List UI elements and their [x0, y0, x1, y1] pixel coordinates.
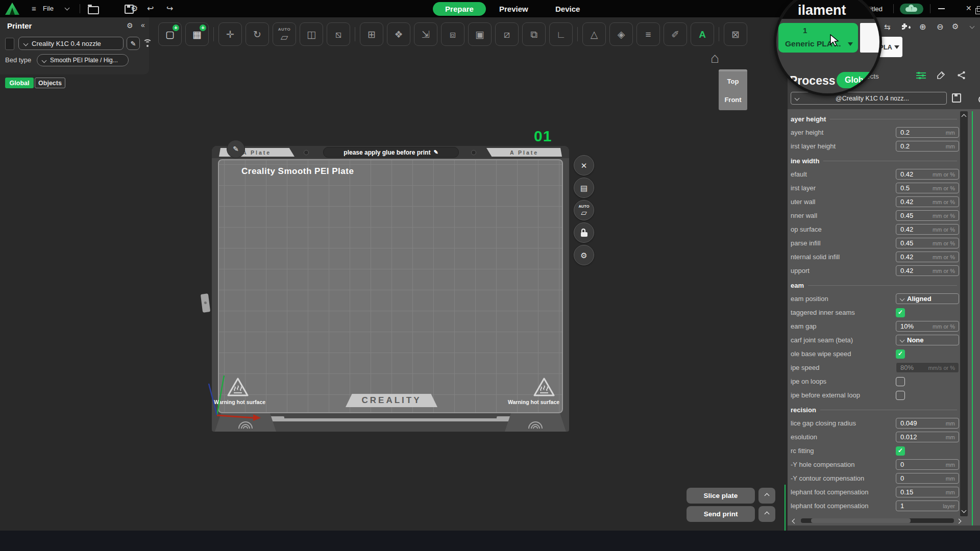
move-icon[interactable]: ✛ — [218, 22, 242, 46]
auto-orient-plate-button[interactable]: AUTO▱ — [574, 200, 594, 220]
collapse-filament-icon[interactable] — [970, 24, 975, 29]
chevron-down-icon[interactable] — [65, 6, 70, 11]
advanced-settings-icon[interactable] — [916, 71, 926, 80]
view-cube[interactable]: Top Front — [719, 69, 747, 110]
add-filament-icon[interactable]: ⊕ — [919, 22, 926, 32]
param-input[interactable]: 0.42mm or % — [896, 169, 959, 180]
printer-select[interactable]: Creality K1C 0.4 nozzle — [18, 37, 124, 50]
bed-type-select[interactable]: Smooth PEI Plate / Hig... — [37, 54, 129, 66]
split-icon[interactable]: ◫ — [300, 22, 323, 46]
lay-on-face-icon[interactable]: ⧅ — [327, 22, 350, 46]
seam-paint-icon[interactable]: ◈ — [609, 22, 633, 46]
assemble-icon[interactable]: ⧈ — [441, 22, 464, 46]
scale-icon[interactable]: ⇲ — [414, 22, 437, 46]
param-input[interactable]: 0.2mm — [896, 127, 959, 138]
restore-window-button[interactable] — [975, 8, 980, 14]
param-checkbox[interactable]: ✓ — [896, 446, 905, 456]
lock-icon — [581, 232, 587, 237]
text-icon[interactable]: A — [691, 22, 714, 46]
remove-filament-icon[interactable]: ⊖ — [937, 22, 943, 32]
scope-tab-global[interactable]: Global — [5, 78, 34, 88]
redo-icon[interactable]: ↪ — [166, 4, 173, 13]
param-input[interactable]: 0.42mm or % — [896, 265, 959, 276]
plate-settings-button[interactable]: ⚙ — [574, 245, 594, 265]
lock-plate-button[interactable] — [574, 222, 594, 243]
param-row: irst layer height0.2mm — [791, 139, 959, 153]
filament-load-icon[interactable] — [901, 23, 911, 32]
param-input[interactable]: 0.012mm — [896, 432, 959, 442]
tab-preview[interactable]: Preview — [499, 5, 528, 13]
param-input[interactable]: 0.45mm or % — [896, 238, 959, 248]
param-label: ole base wipe speed — [791, 350, 896, 358]
close-window-button[interactable]: ✕ — [966, 4, 972, 12]
undo-icon[interactable]: ↩ — [147, 4, 154, 13]
param-input[interactable]: 80%mm/s or % — [896, 362, 959, 373]
horizontal-scroll-thumb[interactable] — [811, 518, 911, 523]
param-input[interactable]: 0.5mm or % — [896, 183, 959, 193]
cut-icon[interactable]: ⧄ — [495, 22, 519, 46]
more-tools-icon[interactable]: ⊠ — [724, 22, 747, 46]
param-checkbox[interactable] — [896, 391, 905, 400]
param-input[interactable]: 0.049mm — [896, 418, 959, 429]
param-select[interactable]: Aligned — [896, 293, 959, 304]
collapse-panel-icon[interactable]: « — [141, 21, 145, 29]
param-input[interactable]: 0mm — [896, 459, 959, 470]
hamburger-menu-icon[interactable]: ≡ — [32, 4, 36, 13]
minimize-button[interactable] — [938, 8, 945, 9]
save-preset-icon[interactable] — [952, 93, 961, 103]
param-input[interactable]: 0.45mm or % — [896, 210, 959, 221]
settings-gear-icon[interactable]: ⚙ — [131, 4, 138, 13]
plate-surface[interactable]: Creality Smooth PEI Plate Warning hot su… — [218, 159, 563, 413]
color-paint-icon[interactable]: ✐ — [664, 22, 687, 46]
measure-icon[interactable]: ∟ — [549, 22, 573, 46]
hollow-icon[interactable]: ▣ — [468, 22, 492, 46]
delete-plate-button[interactable]: ✕ — [574, 155, 594, 176]
slice-options-button[interactable] — [758, 488, 775, 504]
printer-settings-gear-icon[interactable]: ⚙ — [127, 21, 133, 30]
edit-plate-name-button[interactable]: ✎ — [227, 140, 245, 158]
param-input[interactable]: 0.42mm or % — [896, 196, 959, 207]
filament-sync-icon[interactable]: ⇆ — [884, 22, 891, 32]
auto-orient-icon[interactable]: AUTO▱ — [273, 22, 296, 46]
home-view-button[interactable]: ⌂ — [710, 50, 719, 66]
open-file-icon[interactable] — [88, 6, 99, 14]
param-input[interactable]: 0.15mm — [896, 487, 959, 497]
variable-layer-height-icon[interactable]: ≡ — [636, 22, 660, 46]
param-input[interactable]: 10%mm or % — [896, 321, 959, 332]
param-checkbox[interactable]: ✓ — [896, 308, 905, 317]
param-input[interactable]: 0.42mm or % — [896, 252, 959, 262]
compare-icon[interactable] — [957, 71, 966, 80]
add-model-icon[interactable]: ▢+ — [158, 22, 182, 46]
param-checkbox[interactable] — [896, 377, 905, 386]
wifi-icon[interactable] — [143, 39, 152, 47]
param-select[interactable]: None — [896, 335, 959, 345]
send-print-button[interactable]: Send print — [687, 506, 755, 522]
paint-icon[interactable] — [937, 71, 945, 80]
param-input[interactable]: 0.2mm — [896, 141, 959, 152]
param-input[interactable]: 0.42mm or % — [896, 224, 959, 235]
scroll-down-icon[interactable] — [962, 508, 967, 513]
scroll-up-icon[interactable] — [962, 114, 967, 119]
support-paint-icon[interactable]: △ — [582, 22, 606, 46]
tab-device[interactable]: Device — [555, 5, 580, 13]
arrange-icon[interactable]: ⊞ — [360, 22, 383, 46]
params-vertical-scrollbar[interactable] — [960, 111, 968, 516]
auto-arrange-icon[interactable]: ❖ — [387, 22, 410, 46]
param-input[interactable]: 1layer — [896, 500, 959, 511]
edit-printer-button[interactable]: ✎ — [127, 37, 140, 50]
slice-plate-button[interactable]: Slice plate — [687, 488, 755, 504]
cloud-upload-button[interactable]: ↑ — [900, 4, 923, 14]
filament-settings-icon[interactable]: ⚙ — [952, 22, 959, 31]
send-options-button[interactable] — [758, 506, 775, 522]
tab-prepare[interactable]: Prepare — [433, 2, 486, 16]
boolean-icon[interactable]: ⧉ — [522, 22, 546, 46]
magnifier-edge-line — [972, 111, 973, 525]
param-input[interactable]: 0mm — [896, 473, 959, 484]
plate-list-button[interactable]: ▤ — [574, 178, 594, 198]
scope-tab-objects[interactable]: Objects — [35, 78, 65, 88]
file-menu[interactable]: File — [43, 5, 54, 12]
param-checkbox[interactable]: ✓ — [896, 349, 905, 359]
add-plate-icon[interactable]: ▦+ — [185, 22, 209, 46]
plate-top-rim: A Plate please apply glue before print ✎… — [212, 146, 569, 158]
rotate-icon[interactable]: ↻ — [246, 22, 269, 46]
